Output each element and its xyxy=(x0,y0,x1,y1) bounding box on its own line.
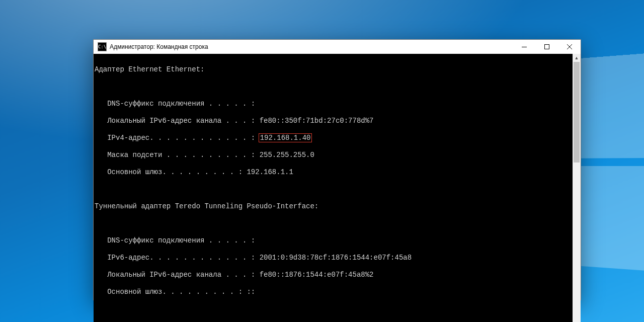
console-output[interactable]: Адаптер Ethernet Ethernet: DNS-суффикс п… xyxy=(94,54,573,322)
maximize-button[interactable] xyxy=(535,40,558,54)
output-line: Основной шлюз. . . . . . . . . : :: xyxy=(95,288,572,296)
command-prompt-window: C:\ Администратор: Командная строка Адап… xyxy=(93,39,581,300)
output-line xyxy=(95,185,572,194)
output-line: Локальный IPv6-адрес канала . . . : fe80… xyxy=(95,117,572,125)
output-line: Основной шлюз. . . . . . . . . : 192.168… xyxy=(95,168,572,177)
output-line: IPv4-адрес. . . . . . . . . . . . : 192.… xyxy=(95,134,572,142)
output-line xyxy=(95,305,572,313)
output-line xyxy=(95,83,572,91)
ipv4-address-highlighted: 192.168.1.40 xyxy=(259,133,312,142)
titlebar[interactable]: C:\ Администратор: Командная строка xyxy=(94,40,581,54)
minimize-button[interactable] xyxy=(513,40,535,54)
desktop-background: C:\ Администратор: Командная строка Адап… xyxy=(0,0,644,322)
output-line: IPv6-адрес. . . . . . . . . . . . : 2001… xyxy=(95,254,572,262)
scroll-thumb[interactable] xyxy=(574,62,580,163)
output-line: DNS-суффикс подключения . . . . . : xyxy=(95,100,572,108)
vertical-scrollbar[interactable]: ▲ ▼ xyxy=(573,54,581,322)
window-title: Администратор: Командная строка xyxy=(110,43,208,50)
output-line: Туннельный адаптер Teredo Tunneling Pseu… xyxy=(95,202,572,211)
output-line: DNS-суффикс подключения . . . . . : xyxy=(95,236,572,245)
scroll-up-button[interactable]: ▲ xyxy=(573,54,581,62)
output-line: Локальный IPv6-адрес канала . . . : fe80… xyxy=(95,271,572,279)
svg-rect-0 xyxy=(544,45,549,49)
output-line: Адаптер Ethernet Ethernet: xyxy=(95,65,572,74)
output-line: Маска подсети . . . . . . . . . . : 255.… xyxy=(95,151,572,159)
ipv4-label: IPv4-адрес. . . . . . . . . . . . : xyxy=(95,134,260,142)
output-line xyxy=(95,219,572,228)
close-button[interactable] xyxy=(558,40,581,54)
client-area: Адаптер Ethernet Ethernet: DNS-суффикс п… xyxy=(94,54,581,322)
cmd-icon: C:\ xyxy=(98,42,107,51)
